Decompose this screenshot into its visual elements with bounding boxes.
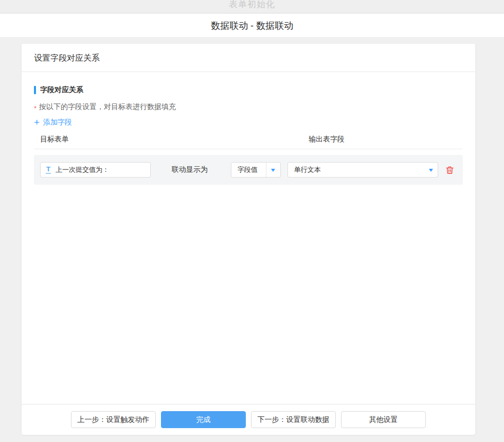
value-type-selected: 字段值 [231,165,266,174]
section-description: 按以下的字段设置，对目标表进行数据填充 [39,102,176,112]
plus-icon: + [34,119,40,126]
dialog-title: 数据联动 - 数据联动 [211,20,293,32]
next-step-button[interactable]: 下一步：设置联动数据 [251,411,336,428]
required-asterisk: * [34,104,37,112]
column-header-target-form: 目标表单 [40,135,69,144]
card-body: 字段对应关系 * 按以下的字段设置，对目标表进行数据填充 + 添加字段 目标表单… [22,72,475,185]
settings-card: 设置字段对应关系 字段对应关系 * 按以下的字段设置，对目标表进行数据填充 + … [22,44,475,435]
dialog-header: 数据联动 - 数据联动 [0,14,504,37]
section-description-row: * 按以下的字段设置，对目标表进行数据填充 [34,102,463,112]
section-accent-bar [34,86,36,94]
column-header-output-field: 输出表字段 [309,135,345,144]
table-header-row: 目标表单 输出表字段 [34,135,463,149]
linkage-display-label: 联动显示为 [172,165,208,174]
field-mapping-row: T 上一次提交值为： 联动显示为 字段值 单行文本 [34,155,463,185]
footer: 上一步：设置触发动作 完成 下一步：设置联动数据 其他设置 [22,404,475,435]
chevron-down-icon [266,166,280,174]
chevron-down-icon [424,166,438,174]
background-page-title: 表单初始化 [229,0,275,11]
single-line-text-icon: T [46,166,51,174]
add-field-link[interactable]: + 添加字段 [34,118,72,127]
prev-step-button[interactable]: 上一步：设置触发动作 [71,411,156,428]
screen: 表单初始化 数据联动 - 数据联动 设置字段对应关系 字段对应关系 * 按以下的… [0,0,504,442]
other-settings-button[interactable]: 其他设置 [341,411,426,428]
finish-button[interactable]: 完成 [161,411,246,428]
value-type-select[interactable]: 字段值 [231,162,281,178]
card-header: 设置字段对应关系 [22,44,475,72]
target-field-value: 上一次提交值为： [56,165,109,174]
trash-icon[interactable] [442,165,457,175]
output-field-select[interactable]: 单行文本 [287,162,439,178]
target-field-input[interactable]: T 上一次提交值为： [40,162,151,178]
section-title-row: 字段对应关系 [34,85,463,95]
output-field-selected: 单行文本 [288,165,424,174]
section-title: 字段对应关系 [40,85,83,95]
background-page-title-strip: 表单初始化 [0,0,504,13]
card-title: 设置字段对应关系 [34,54,100,62]
add-field-label: 添加字段 [43,118,72,127]
